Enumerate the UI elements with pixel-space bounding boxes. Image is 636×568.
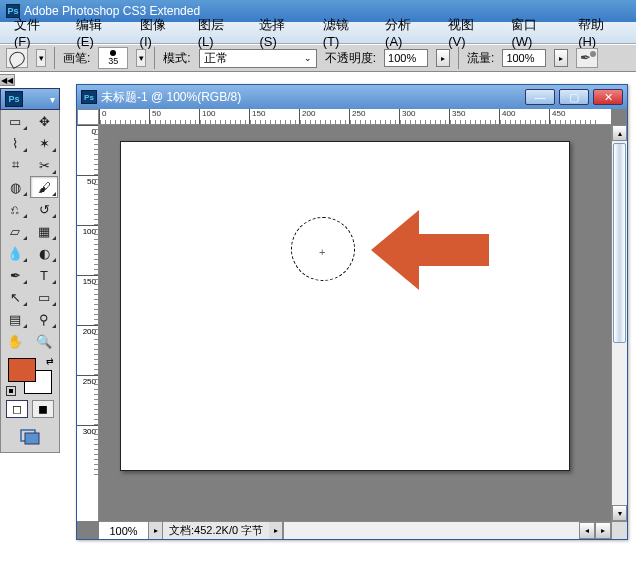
ruler-corner[interactable] (77, 109, 99, 125)
arrow-left-icon (371, 206, 491, 294)
document-viewport[interactable]: + (99, 125, 611, 521)
toolbox-menu-icon[interactable]: ▾ (50, 94, 55, 105)
quick-mask-button[interactable]: ◼ (32, 400, 54, 418)
flow-input[interactable]: 100% (502, 49, 546, 67)
resize-handle[interactable] (611, 521, 627, 539)
ruler-tick: 0 (99, 109, 149, 124)
svg-marker-2 (371, 210, 489, 290)
document-icon: Ps (81, 90, 97, 104)
gradient-tool[interactable]: ▦ (30, 220, 58, 242)
notes-tool[interactable]: ▤ (1, 308, 29, 330)
window-buttons: — ▢ ✕ (525, 89, 623, 105)
document-window: Ps 未标题-1 @ 100%(RGB/8) — ▢ ✕ 0 50 100 15… (76, 84, 628, 540)
type-tool[interactable]: T (30, 264, 58, 286)
eyedropper-tool[interactable]: ⚲ (30, 308, 58, 330)
ruler-tick: 0 (77, 125, 98, 175)
tool-preset-picker[interactable] (6, 48, 28, 68)
opacity-slider-button[interactable]: ▸ (436, 49, 450, 67)
zoom-tool[interactable]: 🔍 (30, 330, 58, 352)
dodge-tool[interactable]: ◐ (30, 242, 58, 264)
separator (54, 47, 55, 69)
zoom-level-input[interactable]: 100% (99, 522, 149, 539)
document-titlebar[interactable]: Ps 未标题-1 @ 100%(RGB/8) — ▢ ✕ (77, 85, 627, 109)
eraser-tool[interactable]: ▱ (1, 220, 29, 242)
menu-view[interactable]: 视图(V) (438, 14, 501, 51)
ruler-tick: 100 (199, 109, 249, 124)
hand-tool[interactable]: ✋ (1, 330, 29, 352)
maximize-button[interactable]: ▢ (559, 89, 589, 105)
brush-picker-dropdown[interactable]: ▾ (136, 49, 146, 67)
brush-label: 画笔: (63, 50, 90, 67)
crop-tool[interactable]: ⌗ (1, 154, 29, 176)
panel-collapse-handle[interactable]: ◀◀ (0, 74, 15, 86)
toolbox-tab[interactable]: Ps ▾ (0, 88, 60, 110)
pen-tool[interactable]: ✒ (1, 264, 29, 286)
ruler-tick: 300 (77, 425, 98, 475)
photoshop-mini-icon: Ps (5, 91, 23, 107)
mode-label: 模式: (163, 50, 190, 67)
collapse-arrows-icon: ◀◀ (1, 76, 13, 85)
brush-picker[interactable]: 35 (98, 47, 128, 69)
scroll-up-button[interactable]: ▴ (612, 125, 627, 141)
lasso-tool[interactable]: ⌇ (1, 132, 29, 154)
healing-brush-tool[interactable]: ◍ (1, 176, 29, 198)
ruler-tick: 200 (77, 325, 98, 375)
move-tool[interactable]: ✥ (30, 110, 58, 132)
ruler-tick: 300 (399, 109, 449, 124)
scroll-track[interactable] (612, 141, 627, 505)
history-brush-tool[interactable]: ↺ (30, 198, 58, 220)
menu-select[interactable]: 选择(S) (249, 14, 312, 51)
standard-mode-button[interactable]: ◻ (6, 400, 28, 418)
ruler-tick: 250 (349, 109, 399, 124)
scroll-right-button[interactable]: ▸ (595, 522, 611, 539)
menu-layer[interactable]: 图层(L) (188, 14, 250, 51)
menu-bar: 文件(F) 编辑(E) 图像(I) 图层(L) 选择(S) 滤镜(T) 分析(A… (0, 22, 636, 44)
blend-mode-select[interactable]: 正常 ⌄ (199, 49, 317, 68)
default-colors-icon[interactable] (6, 386, 16, 396)
vertical-scrollbar[interactable]: ▴ ▾ (611, 125, 627, 521)
hscroll-track[interactable] (283, 522, 579, 539)
color-swatch-area: ⇄ ◻ ◼ (1, 352, 59, 452)
airbrush-toggle[interactable] (576, 48, 598, 68)
menu-image[interactable]: 图像(I) (130, 14, 188, 51)
horizontal-ruler[interactable]: 0 50 100 150 200 250 300 350 400 450 (99, 109, 611, 125)
quick-select-tool[interactable]: ✶ (30, 132, 58, 154)
separator (458, 47, 459, 69)
blend-mode-value: 正常 (204, 50, 228, 67)
swap-colors-icon[interactable]: ⇄ (46, 356, 54, 366)
brush-tool[interactable]: 🖌 (30, 176, 58, 198)
ruler-tick: 250 (77, 375, 98, 425)
menu-analysis[interactable]: 分析(A) (375, 14, 438, 51)
menu-file[interactable]: 文件(F) (4, 14, 66, 51)
menu-edit[interactable]: 编辑(E) (66, 14, 129, 51)
scroll-thumb[interactable] (613, 143, 626, 343)
flow-label: 流量: (467, 50, 494, 67)
blur-tool[interactable]: 💧 (1, 242, 29, 264)
shape-tool[interactable]: ▭ (30, 286, 58, 308)
status-prefix: 文档: (169, 524, 194, 536)
close-button[interactable]: ✕ (593, 89, 623, 105)
tool-preset-dropdown[interactable]: ▾ (36, 49, 46, 67)
screen-mode-button[interactable] (19, 426, 41, 448)
menu-window[interactable]: 窗口(W) (501, 14, 568, 51)
slice-tool[interactable]: ✂ (30, 154, 58, 176)
ruler-tick: 400 (499, 109, 549, 124)
flow-slider-button[interactable]: ▸ (554, 49, 568, 67)
ruler-tick: 50 (149, 109, 199, 124)
opacity-input[interactable]: 100% (384, 49, 428, 67)
foreground-color-swatch[interactable] (8, 358, 36, 382)
clone-stamp-tool[interactable]: ⎌ (1, 198, 29, 220)
zoom-dropdown[interactable]: ▸ (149, 522, 163, 539)
scroll-left-button[interactable]: ◂ (579, 522, 595, 539)
marquee-tool[interactable]: ▭ (1, 110, 29, 132)
status-dropdown[interactable]: ▸ (269, 522, 283, 539)
menu-help[interactable]: 帮助(H) (568, 14, 632, 51)
canvas[interactable]: + (120, 141, 570, 471)
status-text: 文档:452.2K/0 字节 (163, 523, 269, 538)
scroll-down-button[interactable]: ▾ (612, 505, 627, 521)
vertical-ruler[interactable]: 0 50 100 150 200 250 300 (77, 125, 99, 521)
minimize-button[interactable]: — (525, 89, 555, 105)
menu-filter[interactable]: 滤镜(T) (313, 14, 375, 51)
path-select-tool[interactable]: ↖ (1, 286, 29, 308)
opacity-value: 100% (388, 52, 416, 64)
